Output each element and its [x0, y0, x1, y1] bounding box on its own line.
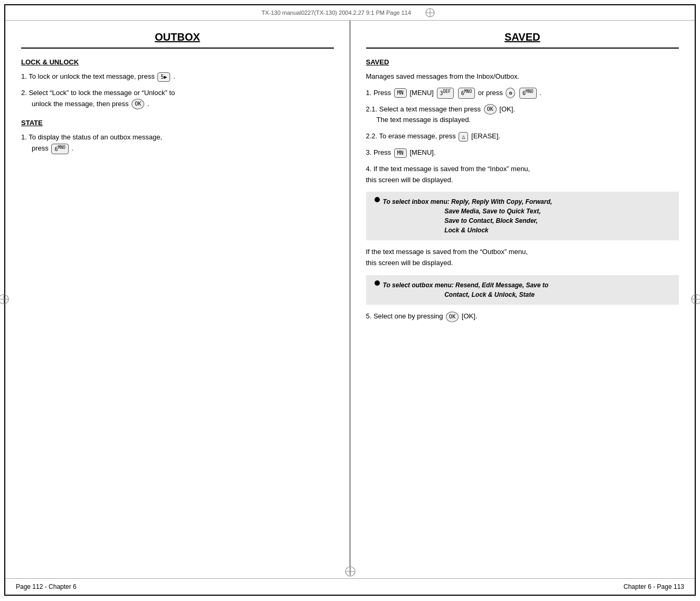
inbox-info-inner: To select inbox menu: Reply, Reply With …	[375, 197, 671, 235]
saved-s1-btn2: 3DEF	[437, 88, 454, 98]
saved-s1-btn1: MN	[394, 88, 407, 98]
saved-heading: SAVED	[366, 58, 679, 66]
saved-s21a: 2.1. Select a text message then press	[366, 105, 481, 113]
saved-step4: 4. If the text message is saved from the…	[366, 164, 679, 186]
saved-s21b: The text message is displayed.	[377, 116, 471, 124]
saved-intro: Manages saved messages from the Inbox/Ou…	[366, 71, 679, 82]
saved-step5: 5. Select one by pressing OK [OK].	[366, 311, 679, 322]
inbox-info-text: To select inbox menu: Reply, Reply With …	[383, 197, 671, 235]
saved-s1-end: .	[539, 89, 542, 97]
lock-step2-end: .	[147, 100, 150, 108]
state-heading: STATE	[21, 119, 334, 127]
saved-s21b-indent: The text message is displayed.	[366, 115, 679, 126]
bottom-crosshair-icon	[344, 566, 356, 579]
saved-s1-text: 1. Press	[366, 89, 391, 97]
inbox-info-label: To select inbox menu: Reply, Reply With …	[383, 198, 553, 234]
saved-step2-2: 2.2. To erase message, press △ [ERASE].	[366, 131, 679, 142]
saved-s1-btn5: 6MNO	[519, 88, 536, 98]
saved-s3-text: 3. Press	[366, 148, 391, 156]
saved-s22-btn: △	[459, 132, 468, 142]
saved-s22-end: [ERASE].	[471, 132, 500, 140]
page-footer: Page 112 - Chapter 6 Chapter 6 - Page 11…	[5, 578, 695, 595]
saved-s21-mid: [OK].	[499, 105, 515, 113]
content-area: OUTBOX LOCK & UNLOCK 1. To lock or unloc…	[5, 21, 695, 575]
lock-step1-btn: 5▶	[157, 72, 170, 82]
lock-step2b-indent: unlock the message, then press OK .	[21, 99, 334, 110]
footer-right: Chapter 6 - Page 113	[623, 583, 684, 590]
saved-section: SAVED SAVED Manages saved messages from …	[350, 21, 695, 575]
outbox-section: OUTBOX LOCK & UNLOCK 1. To lock or unloc…	[5, 21, 350, 575]
saved-s1-btn4: ✿	[506, 88, 515, 98]
saved-s22a: 2.2. To erase message, press	[366, 132, 456, 140]
saved-step2-1: 2.1. Select a text message then press OK…	[366, 104, 679, 126]
page-border: TX-130 manual0227(TX-130) 2004.2.27 9:1 …	[4, 4, 696, 596]
saved-s5-end: [OK].	[462, 312, 478, 320]
print-header-text: TX-130 manual0227(TX-130) 2004.2.27 9:1 …	[262, 10, 411, 16]
saved-s4c: If the text message is saved from the “O…	[366, 248, 528, 256]
state-step1-btn: 6MNO	[51, 144, 68, 154]
state-step1a-text: 1. To display the status of an outbox me…	[21, 133, 162, 141]
saved-s1-btn3: 6MNO	[458, 88, 475, 98]
lock-step2a-text: 2. Select “Lock” to lock the message or …	[21, 89, 175, 97]
state-step1b-text: press	[32, 144, 49, 152]
lock-unlock-step2: 2. Select “Lock” to lock the message or …	[21, 88, 334, 110]
saved-s1-mid1: [MENU]	[409, 89, 434, 97]
outbox-bullet-icon	[375, 280, 380, 286]
print-header: TX-130 manual0227(TX-130) 2004.2.27 9:1 …	[5, 5, 695, 21]
outbox-info-inner: To select outbox menu: Resend, Edit Mess…	[375, 280, 671, 299]
outbox-info-box: To select outbox menu: Resend, Edit Mess…	[366, 275, 679, 305]
lock-step2-btn: OK	[132, 99, 144, 109]
lock-step1-end: .	[173, 72, 175, 80]
state-step1-end: .	[72, 144, 74, 152]
outbox-info-text: To select outbox menu: Resend, Edit Mess…	[383, 280, 671, 299]
header-crosshair-icon	[425, 7, 435, 18]
state-step1: 1. To display the status of an outbox me…	[21, 132, 334, 154]
saved-s1-mid2: or press	[478, 89, 503, 97]
saved-s4b: this screen will be displayed.	[366, 176, 453, 184]
footer-left: Page 112 - Chapter 6	[16, 583, 77, 590]
state-step1b-indent: press 6MNO .	[21, 143, 334, 154]
side-crosshair-right-icon	[690, 294, 700, 307]
saved-s5-btn: OK	[446, 312, 459, 322]
lock-unlock-heading: LOCK & UNLOCK	[21, 58, 334, 66]
side-crosshair-left-icon	[0, 294, 10, 307]
inbox-bullet-icon	[375, 197, 380, 202]
outbox-info-label: To select outbox menu: Resend, Edit Mess…	[383, 281, 549, 298]
saved-title: SAVED	[366, 31, 679, 49]
saved-s4a: 4. If the text message is saved from the…	[366, 165, 530, 173]
saved-s21-btn: OK	[484, 104, 497, 115]
outbox-title: OUTBOX	[21, 31, 334, 49]
saved-step1: 1. Press MN [MENU] 3DEF 6MNO or press ✿ …	[366, 88, 679, 99]
saved-step4-outbox: If the text message is saved from the “O…	[366, 247, 679, 269]
lock-unlock-step1: 1. To lock or unlock the text message, p…	[21, 71, 334, 82]
lock-step1-text: 1. To lock or unlock the text message, p…	[21, 72, 155, 80]
inbox-info-box: To select inbox menu: Reply, Reply With …	[366, 192, 679, 240]
saved-step3: 3. Press MN [MENU].	[366, 147, 679, 158]
saved-s4d: this screen will be displayed.	[366, 259, 453, 267]
saved-s3-end: [MENU].	[409, 148, 435, 156]
saved-s5-text: 5. Select one by pressing	[366, 312, 443, 320]
saved-s3-btn: MN	[394, 148, 407, 158]
lock-step2b-text: unlock the message, then press	[32, 100, 129, 108]
